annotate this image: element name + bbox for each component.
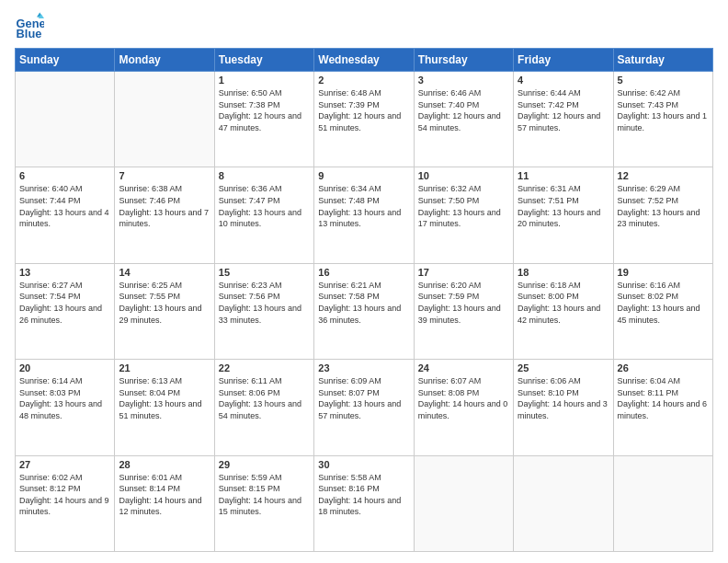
- day-number: 13: [19, 267, 110, 278]
- calendar-week-row: 20Sunrise: 6:14 AM Sunset: 8:03 PM Dayli…: [16, 360, 713, 455]
- day-info: Sunrise: 6:38 AM Sunset: 7:46 PM Dayligh…: [119, 183, 210, 229]
- calendar-cell: 20Sunrise: 6:14 AM Sunset: 8:03 PM Dayli…: [16, 360, 115, 455]
- weekday-header-tuesday: Tuesday: [214, 49, 313, 72]
- day-number: 27: [19, 459, 110, 470]
- weekday-header-sunday: Sunday: [16, 49, 115, 72]
- svg-text:Blue: Blue: [17, 27, 42, 40]
- logo-icon: General Blue: [15, 11, 44, 40]
- day-info: Sunrise: 6:04 AM Sunset: 8:11 PM Dayligh…: [618, 375, 709, 421]
- day-number: 24: [418, 362, 509, 373]
- weekday-header-row: SundayMondayTuesdayWednesdayThursdayFrid…: [16, 49, 713, 72]
- calendar-cell: 30Sunrise: 5:58 AM Sunset: 8:16 PM Dayli…: [314, 455, 414, 551]
- day-info: Sunrise: 6:02 AM Sunset: 8:12 PM Dayligh…: [19, 472, 110, 518]
- day-info: Sunrise: 6:06 AM Sunset: 8:10 PM Dayligh…: [518, 375, 609, 421]
- day-number: 23: [318, 362, 409, 373]
- weekday-header-thursday: Thursday: [414, 49, 513, 72]
- day-number: 3: [418, 75, 509, 86]
- calendar-cell: 29Sunrise: 5:59 AM Sunset: 8:15 PM Dayli…: [214, 455, 313, 551]
- day-info: Sunrise: 6:11 AM Sunset: 8:06 PM Dayligh…: [219, 375, 310, 421]
- day-info: Sunrise: 6:36 AM Sunset: 7:47 PM Dayligh…: [219, 183, 310, 229]
- day-number: 26: [618, 362, 709, 373]
- header: General Blue: [15, 11, 713, 40]
- day-number: 22: [219, 362, 310, 373]
- calendar-cell: 25Sunrise: 6:06 AM Sunset: 8:10 PM Dayli…: [514, 360, 613, 455]
- day-number: 5: [618, 75, 709, 86]
- calendar-cell: 26Sunrise: 6:04 AM Sunset: 8:11 PM Dayli…: [613, 360, 712, 455]
- day-number: 19: [618, 267, 709, 278]
- day-number: 25: [518, 362, 609, 373]
- day-number: 29: [219, 459, 310, 470]
- day-info: Sunrise: 6:16 AM Sunset: 8:02 PM Dayligh…: [618, 280, 709, 326]
- calendar-cell: 4Sunrise: 6:44 AM Sunset: 7:42 PM Daylig…: [514, 72, 613, 167]
- calendar-week-row: 6Sunrise: 6:40 AM Sunset: 7:44 PM Daylig…: [16, 167, 713, 263]
- calendar-cell: 12Sunrise: 6:29 AM Sunset: 7:52 PM Dayli…: [613, 167, 712, 263]
- calendar-cell: 10Sunrise: 6:32 AM Sunset: 7:50 PM Dayli…: [414, 167, 513, 263]
- calendar-cell: 7Sunrise: 6:38 AM Sunset: 7:46 PM Daylig…: [115, 167, 214, 263]
- day-info: Sunrise: 6:48 AM Sunset: 7:39 PM Dayligh…: [318, 87, 409, 133]
- day-info: Sunrise: 6:50 AM Sunset: 7:38 PM Dayligh…: [219, 87, 310, 133]
- weekday-header-wednesday: Wednesday: [314, 49, 414, 72]
- calendar-cell: 28Sunrise: 6:01 AM Sunset: 8:14 PM Dayli…: [115, 455, 214, 551]
- calendar-cell: 15Sunrise: 6:23 AM Sunset: 7:56 PM Dayli…: [214, 263, 313, 359]
- calendar-cell: 23Sunrise: 6:09 AM Sunset: 8:07 PM Dayli…: [314, 360, 414, 455]
- day-number: 4: [518, 75, 609, 86]
- day-info: Sunrise: 6:13 AM Sunset: 8:04 PM Dayligh…: [119, 375, 210, 421]
- day-number: 28: [119, 459, 210, 470]
- day-number: 7: [119, 170, 210, 181]
- calendar-cell: 27Sunrise: 6:02 AM Sunset: 8:12 PM Dayli…: [16, 455, 115, 551]
- day-number: 8: [219, 170, 310, 181]
- calendar-week-row: 1Sunrise: 6:50 AM Sunset: 7:38 PM Daylig…: [16, 72, 713, 167]
- calendar-cell: 2Sunrise: 6:48 AM Sunset: 7:39 PM Daylig…: [314, 72, 414, 167]
- calendar-cell: 14Sunrise: 6:25 AM Sunset: 7:55 PM Dayli…: [115, 263, 214, 359]
- day-info: Sunrise: 6:23 AM Sunset: 7:56 PM Dayligh…: [219, 280, 310, 326]
- calendar-cell: [115, 72, 214, 167]
- day-info: Sunrise: 6:21 AM Sunset: 7:58 PM Dayligh…: [318, 280, 409, 326]
- day-number: 30: [318, 459, 409, 470]
- calendar-cell: 8Sunrise: 6:36 AM Sunset: 7:47 PM Daylig…: [214, 167, 313, 263]
- day-info: Sunrise: 5:59 AM Sunset: 8:15 PM Dayligh…: [219, 472, 310, 518]
- day-info: Sunrise: 6:42 AM Sunset: 7:43 PM Dayligh…: [618, 87, 709, 133]
- day-number: 6: [19, 170, 110, 181]
- calendar-cell: [414, 455, 513, 551]
- day-info: Sunrise: 6:27 AM Sunset: 7:54 PM Dayligh…: [19, 280, 110, 326]
- calendar-cell: 11Sunrise: 6:31 AM Sunset: 7:51 PM Dayli…: [514, 167, 613, 263]
- day-number: 16: [318, 267, 409, 278]
- calendar-cell: 21Sunrise: 6:13 AM Sunset: 8:04 PM Dayli…: [115, 360, 214, 455]
- calendar-cell: 19Sunrise: 6:16 AM Sunset: 8:02 PM Dayli…: [613, 263, 712, 359]
- day-info: Sunrise: 6:34 AM Sunset: 7:48 PM Dayligh…: [318, 183, 409, 229]
- day-info: Sunrise: 6:07 AM Sunset: 8:08 PM Dayligh…: [418, 375, 509, 421]
- calendar-cell: 5Sunrise: 6:42 AM Sunset: 7:43 PM Daylig…: [613, 72, 712, 167]
- calendar-cell: 16Sunrise: 6:21 AM Sunset: 7:58 PM Dayli…: [314, 263, 414, 359]
- day-number: 9: [318, 170, 409, 181]
- day-info: Sunrise: 6:31 AM Sunset: 7:51 PM Dayligh…: [518, 183, 609, 229]
- day-number: 12: [618, 170, 709, 181]
- calendar-cell: 3Sunrise: 6:46 AM Sunset: 7:40 PM Daylig…: [414, 72, 513, 167]
- day-info: Sunrise: 6:09 AM Sunset: 8:07 PM Dayligh…: [318, 375, 409, 421]
- day-info: Sunrise: 6:29 AM Sunset: 7:52 PM Dayligh…: [618, 183, 709, 229]
- calendar-table: SundayMondayTuesdayWednesdayThursdayFrid…: [15, 48, 713, 552]
- day-number: 11: [518, 170, 609, 181]
- page: General Blue SundayMondayTuesdayWednesda…: [0, 0, 728, 563]
- day-number: 15: [219, 267, 310, 278]
- weekday-header-monday: Monday: [115, 49, 214, 72]
- day-info: Sunrise: 6:01 AM Sunset: 8:14 PM Dayligh…: [119, 472, 210, 518]
- day-number: 21: [119, 362, 210, 373]
- day-number: 2: [318, 75, 409, 86]
- calendar-cell: [16, 72, 115, 167]
- day-number: 14: [119, 267, 210, 278]
- weekday-header-saturday: Saturday: [613, 49, 712, 72]
- weekday-header-friday: Friday: [514, 49, 613, 72]
- calendar-cell: 17Sunrise: 6:20 AM Sunset: 7:59 PM Dayli…: [414, 263, 513, 359]
- day-number: 10: [418, 170, 509, 181]
- calendar-cell: 9Sunrise: 6:34 AM Sunset: 7:48 PM Daylig…: [314, 167, 414, 263]
- day-info: Sunrise: 6:46 AM Sunset: 7:40 PM Dayligh…: [418, 87, 509, 133]
- day-info: Sunrise: 6:20 AM Sunset: 7:59 PM Dayligh…: [418, 280, 509, 326]
- day-number: 20: [19, 362, 110, 373]
- calendar-cell: 6Sunrise: 6:40 AM Sunset: 7:44 PM Daylig…: [16, 167, 115, 263]
- day-number: 18: [518, 267, 609, 278]
- calendar-week-row: 27Sunrise: 6:02 AM Sunset: 8:12 PM Dayli…: [16, 455, 713, 551]
- calendar-cell: 22Sunrise: 6:11 AM Sunset: 8:06 PM Dayli…: [214, 360, 313, 455]
- day-info: Sunrise: 6:40 AM Sunset: 7:44 PM Dayligh…: [19, 183, 110, 229]
- day-info: Sunrise: 6:25 AM Sunset: 7:55 PM Dayligh…: [119, 280, 210, 326]
- calendar-week-row: 13Sunrise: 6:27 AM Sunset: 7:54 PM Dayli…: [16, 263, 713, 359]
